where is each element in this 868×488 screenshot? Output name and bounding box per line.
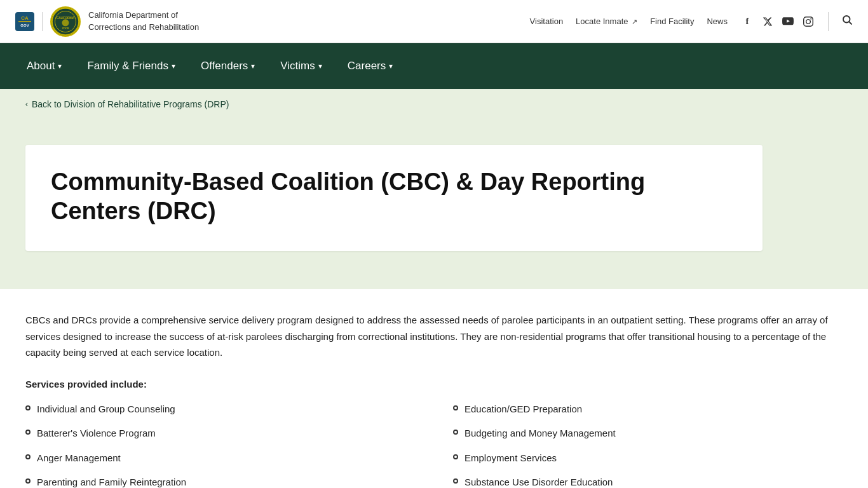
service-label: Anger Management — [37, 451, 121, 466]
breadcrumb-bar: ‹ Back to Division of Rehabilitative Pro… — [0, 89, 868, 119]
list-item: Anger Management — [25, 451, 415, 466]
search-button[interactable] — [841, 14, 853, 29]
offenders-chevron: ▾ — [251, 62, 255, 71]
service-label: Education/GED Preparation — [465, 402, 582, 417]
list-item: Batterer's Violence Program — [25, 426, 415, 441]
youtube-icon[interactable] — [781, 15, 795, 29]
services-grid: Individual and Group Counseling Batterer… — [25, 402, 843, 488]
list-item: Individual and Group Counseling — [25, 402, 415, 417]
nav-divider — [828, 12, 829, 31]
hero-section: Community-Based Coalition (CBC) & Day Re… — [0, 119, 868, 289]
svg-text:CDCR: CDCR — [62, 27, 69, 29]
nav-family-friends[interactable]: Family & Friends ▾ — [76, 43, 187, 89]
bullet-icon — [453, 478, 458, 484]
find-facility-link[interactable]: Find Facility — [650, 17, 694, 26]
services-list-right: Education/GED Preparation Budgeting and … — [453, 402, 843, 488]
breadcrumb-chevron-icon: ‹ — [25, 100, 28, 109]
intro-paragraph: CBCs and DRCs provide a comprehensive se… — [25, 312, 843, 361]
svg-point-7 — [62, 19, 69, 26]
nav-careers[interactable]: Careers ▾ — [336, 43, 404, 89]
careers-chevron: ▾ — [389, 62, 393, 71]
cdcr-seal: CALIFORNIA CDCR — [50, 6, 81, 37]
locate-inmate-link[interactable]: Locate Inmate ↗ — [576, 17, 637, 26]
list-item: Parenting and Family Reintegration — [25, 475, 415, 488]
ca-logo-badge: CA GOV — [15, 12, 34, 31]
breadcrumb-text: Back to Division of Rehabilitative Progr… — [32, 99, 229, 109]
victims-chevron: ▾ — [318, 62, 322, 71]
svg-point-9 — [843, 16, 850, 23]
bullet-icon — [453, 405, 458, 410]
bullet-icon — [25, 430, 31, 435]
list-item: Employment Services — [453, 451, 843, 466]
news-link[interactable]: News — [707, 17, 728, 26]
service-label: Employment Services — [465, 451, 557, 466]
svg-text:CA: CA — [21, 15, 29, 21]
facebook-icon[interactable]: f — [740, 15, 754, 29]
list-item: Budgeting and Money Management — [453, 426, 843, 441]
about-chevron: ▾ — [58, 62, 62, 71]
svg-rect-2 — [18, 21, 31, 22]
social-icons: f — [740, 15, 815, 29]
top-bar-nav: Visitation Locate Inmate ↗ Find Facility… — [530, 12, 853, 31]
twitter-icon[interactable] — [761, 15, 775, 29]
top-bar-left: CA GOV CALIFORNIA CDCR California Depart… — [15, 6, 199, 37]
service-label: Individual and Group Counseling — [37, 402, 175, 417]
list-item: Substance Use Disorder Education — [453, 475, 843, 488]
breadcrumb-link[interactable]: ‹ Back to Division of Rehabilitative Pro… — [25, 99, 229, 109]
ca-gov-logo[interactable]: CA GOV — [15, 12, 43, 31]
bullet-icon — [25, 405, 31, 410]
top-bar: CA GOV CALIFORNIA CDCR California Depart… — [0, 0, 868, 43]
service-label: Parenting and Family Reintegration — [37, 475, 186, 488]
services-heading: Services provided include: — [25, 379, 843, 390]
org-name: California Department of Corrections and… — [88, 10, 199, 32]
bullet-icon — [25, 478, 31, 484]
nav-victims[interactable]: Victims ▾ — [269, 43, 333, 89]
bullet-icon — [453, 454, 458, 459]
nav-offenders[interactable]: Offenders ▾ — [189, 43, 266, 89]
bullet-icon — [25, 454, 31, 459]
service-label: Budgeting and Money Management — [465, 426, 616, 441]
external-link-icon: ↗ — [632, 18, 637, 25]
list-item: Education/GED Preparation — [453, 402, 843, 417]
svg-line-10 — [849, 22, 851, 24]
service-label: Substance Use Disorder Education — [465, 475, 613, 488]
main-nav: About ▾ Family & Friends ▾ Offenders ▾ V… — [0, 43, 868, 89]
content-section: CBCs and DRCs provide a comprehensive se… — [0, 289, 868, 488]
hero-card: Community-Based Coalition (CBC) & Day Re… — [25, 145, 763, 251]
bullet-icon — [453, 430, 458, 435]
instagram-icon[interactable] — [801, 15, 815, 29]
svg-text:GOV: GOV — [20, 24, 29, 27]
services-list-left: Individual and Group Counseling Batterer… — [25, 402, 415, 488]
visitation-link[interactable]: Visitation — [530, 17, 564, 26]
nav-about[interactable]: About ▾ — [15, 43, 73, 89]
service-label: Batterer's Violence Program — [37, 426, 156, 441]
page-title: Community-Based Coalition (CBC) & Day Re… — [51, 168, 737, 226]
family-chevron: ▾ — [172, 62, 175, 71]
